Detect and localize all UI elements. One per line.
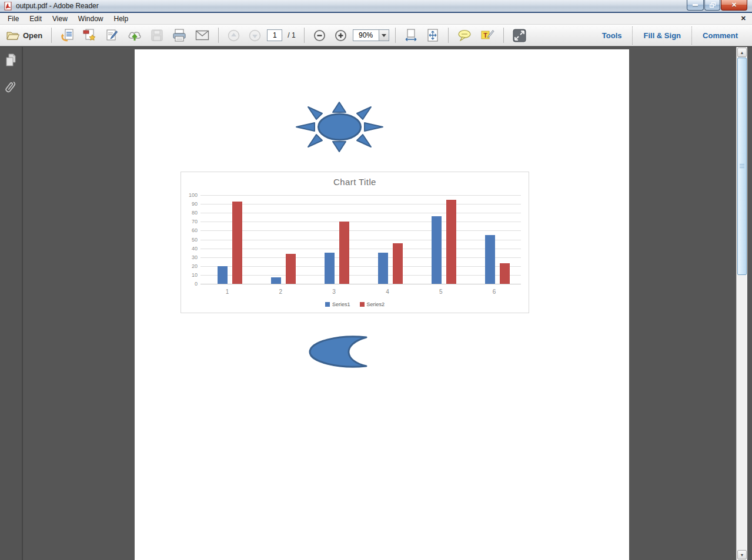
close-button[interactable]: ✕ <box>721 0 747 11</box>
window-title: output.pdf - Adobe Reader <box>16 2 99 10</box>
fit-width-button[interactable] <box>402 27 420 43</box>
crescent-moon-shape <box>308 335 369 368</box>
chart-gridline <box>200 275 521 276</box>
chart-gridline <box>200 204 521 204</box>
x-axis-category-label: 5 <box>414 289 467 295</box>
menu-window[interactable]: Window <box>73 14 109 24</box>
scroll-down-button[interactable]: ▼ <box>737 550 747 559</box>
chart-legend: Series1Series2 <box>181 301 529 307</box>
page-thumbnails-button[interactable] <box>2 52 20 69</box>
zoom-dropdown-button[interactable] <box>379 29 389 41</box>
create-pdf-icon <box>83 29 96 42</box>
toolbar-separator <box>51 28 52 43</box>
sign-document-icon <box>105 29 119 42</box>
highlight-text-icon: T <box>480 29 494 42</box>
scrollbar-thumb[interactable] <box>737 58 747 275</box>
zoom-out-icon <box>313 29 326 42</box>
minimize-button[interactable] <box>687 0 704 11</box>
close-icon: ✕ <box>731 2 737 8</box>
zoom-in-button[interactable] <box>332 27 350 43</box>
attachments-icon <box>5 80 18 95</box>
y-axis-tick-label: 0 <box>182 281 198 287</box>
close-document-icon[interactable]: ✕ <box>741 15 746 22</box>
reading-mode-button[interactable] <box>510 27 529 43</box>
zoom-out-button[interactable] <box>310 27 329 43</box>
adobe-reader-window: output.pdf - Adobe Reader ✕ File Edit Vi… <box>0 0 752 560</box>
chart-bar <box>339 222 349 284</box>
svg-text:T: T <box>483 32 487 39</box>
minimize-icon <box>693 4 698 6</box>
chart-gridline <box>200 240 521 240</box>
legend-item: Series1 <box>325 301 350 307</box>
y-axis-tick-label: 30 <box>182 254 198 260</box>
menu-view[interactable]: View <box>47 14 73 24</box>
print-button[interactable] <box>169 27 189 43</box>
chart-bar <box>286 254 296 284</box>
chart-bar <box>393 243 403 284</box>
next-page-button[interactable] <box>246 27 264 43</box>
tab-tools[interactable]: Tools <box>591 26 633 45</box>
toolbar-right-tabs: Tools Fill & Sign Comment <box>591 25 748 46</box>
page-total-label: / 1 <box>285 31 298 39</box>
fit-page-button[interactable] <box>423 27 442 43</box>
legend-item: Series2 <box>360 301 385 307</box>
save-button[interactable] <box>148 27 166 43</box>
highlight-text-button[interactable]: T <box>477 27 497 43</box>
adobe-pdf-icon <box>4 2 12 11</box>
x-axis-category-label: 4 <box>361 289 415 295</box>
chart-gridline <box>200 195 521 196</box>
document-area: Chart Title 123456 Series1Series2 010203… <box>23 47 736 560</box>
x-axis-category-label: 6 <box>467 289 521 295</box>
y-axis-tick-label: 20 <box>182 263 198 269</box>
sun-shape <box>295 101 384 153</box>
sticky-note-icon <box>457 29 472 41</box>
chart-bar <box>378 253 388 284</box>
attachments-button[interactable] <box>2 79 20 96</box>
save-copy-button[interactable] <box>58 27 77 43</box>
legend-swatch <box>360 302 365 307</box>
window-right-edge <box>747 47 752 560</box>
menu-help[interactable]: Help <box>109 14 134 24</box>
sticky-note-button[interactable] <box>454 27 474 43</box>
previous-page-button[interactable] <box>225 27 243 43</box>
chart-bar <box>485 235 495 284</box>
sign-document-button[interactable] <box>102 27 122 43</box>
scroll-up-button[interactable]: ▲ <box>737 48 747 57</box>
menu-file[interactable]: File <box>2 14 24 24</box>
tab-fill-sign[interactable]: Fill & Sign <box>632 26 691 45</box>
toolbar-separator <box>395 28 396 43</box>
email-button[interactable] <box>192 27 212 43</box>
chart-gridline <box>200 230 521 231</box>
y-axis-tick-label: 60 <box>182 227 198 233</box>
chart-plot: 123456 <box>200 195 521 284</box>
chart-title: Chart Title <box>181 177 529 187</box>
y-axis-tick-label: 10 <box>182 272 198 278</box>
menu-edit[interactable]: Edit <box>24 14 47 24</box>
chart-bar <box>432 216 442 284</box>
x-axis-category-label: 2 <box>254 289 308 295</box>
folder-open-icon <box>6 31 19 41</box>
chart-gridline <box>200 284 521 284</box>
restore-button[interactable] <box>704 0 720 11</box>
create-pdf-button[interactable] <box>80 27 99 43</box>
chart-gridline <box>200 266 521 267</box>
chart-bar <box>446 200 456 284</box>
page-down-icon <box>249 29 261 42</box>
tab-comment[interactable]: Comment <box>691 26 748 45</box>
y-axis-tick-label: 80 <box>182 210 198 216</box>
page-number-input[interactable] <box>267 29 282 41</box>
open-button[interactable]: Open <box>4 27 45 43</box>
open-button-label: Open <box>23 31 42 40</box>
upload-cloud-icon <box>128 29 142 42</box>
zoom-level-input[interactable] <box>353 29 379 41</box>
print-icon <box>172 29 186 42</box>
restore-icon <box>710 2 716 8</box>
save-copy-icon <box>61 29 74 42</box>
chart-gridline <box>200 257 521 258</box>
legend-label: Series2 <box>367 301 385 307</box>
chevron-down-icon <box>382 34 386 37</box>
toolbar-separator <box>448 28 449 43</box>
save-icon <box>151 29 163 42</box>
upload-cloud-button[interactable] <box>125 27 145 43</box>
window-controls: ✕ <box>686 0 747 11</box>
